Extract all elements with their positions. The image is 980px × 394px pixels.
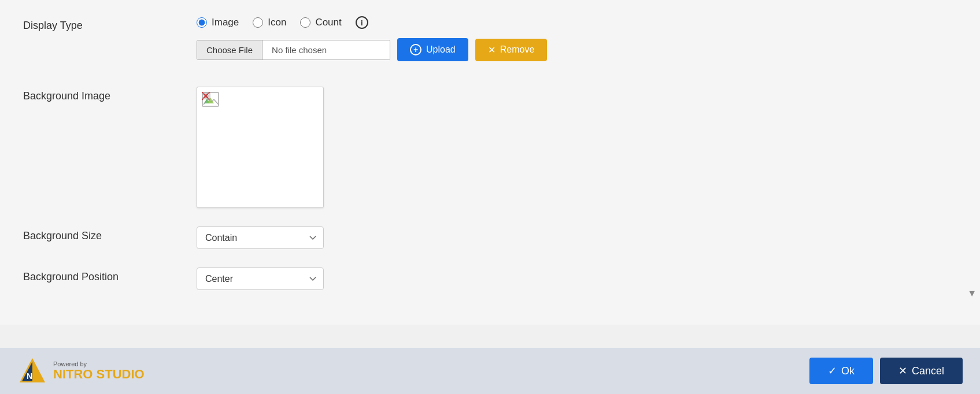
remove-button[interactable]: ✕ Remove <box>475 39 548 61</box>
radio-icon[interactable]: Icon <box>253 17 286 28</box>
choose-file-button[interactable]: Choose File <box>197 40 262 60</box>
background-size-controls: Contain Cover Auto <box>197 226 957 249</box>
info-icon[interactable]: i <box>356 16 368 29</box>
remove-label: Remove <box>500 44 535 55</box>
footer: N Powered by NITRO STUDIO ✓ Ok ✕ Cancel <box>0 348 980 394</box>
nitro-studio-text: NITRO STUDIO <box>53 367 145 381</box>
upload-label: Upload <box>426 44 456 55</box>
logo-text: Powered by NITRO STUDIO <box>53 360 145 381</box>
background-size-row: Background Size Contain Cover Auto <box>23 226 957 249</box>
background-position-label: Background Position <box>23 267 197 283</box>
background-size-label: Background Size <box>23 226 197 242</box>
display-type-controls: Image Icon Count i Choose File <box>197 16 957 68</box>
display-type-row: Display Type Image Icon Count i <box>23 16 957 68</box>
studio-text: STUDIO <box>93 367 144 381</box>
upload-icon: + <box>410 44 421 55</box>
file-input-wrapper: Choose File No file chosen <box>197 40 390 60</box>
footer-buttons: ✓ Ok ✕ Cancel <box>809 358 963 384</box>
background-position-row: Background Position Center Top Bottom Le… <box>23 267 957 290</box>
ok-label: Ok <box>841 365 855 377</box>
broken-image-icon <box>202 92 220 108</box>
image-preview-box <box>197 87 324 208</box>
radio-group: Image Icon Count i <box>197 16 957 29</box>
radio-count[interactable]: Count <box>300 17 341 28</box>
background-image-row: Background Image <box>23 87 957 208</box>
background-size-select[interactable]: Contain Cover Auto <box>197 226 324 249</box>
file-name-display: No file chosen <box>262 40 390 60</box>
background-image-label: Background Image <box>23 87 197 102</box>
background-image-controls <box>197 87 957 208</box>
footer-logo: N Powered by NITRO STUDIO <box>17 356 145 386</box>
cancel-x-icon: ✕ <box>898 365 907 377</box>
remove-x-icon: ✕ <box>488 44 495 55</box>
display-type-label: Display Type <box>23 16 197 32</box>
radio-count-label: Count <box>315 17 341 28</box>
background-position-select[interactable]: Center Top Bottom Left Right <box>197 267 324 290</box>
upload-button[interactable]: + Upload <box>397 38 468 61</box>
radio-image[interactable]: Image <box>197 17 239 28</box>
scroll-indicator: ▼ <box>967 288 977 299</box>
cancel-button[interactable]: ✕ Cancel <box>880 358 963 384</box>
file-input-row: Choose File No file chosen + Upload ✕ Re… <box>197 38 957 61</box>
ok-button[interactable]: ✓ Ok <box>809 358 873 384</box>
radio-image-label: Image <box>212 17 239 28</box>
svg-text:N: N <box>27 371 32 381</box>
cancel-label: Cancel <box>912 365 944 377</box>
nitro-text: NITRO <box>53 367 93 381</box>
ok-check-icon: ✓ <box>828 365 837 377</box>
background-position-controls: Center Top Bottom Left Right <box>197 267 957 290</box>
radio-icon-label: Icon <box>268 17 286 28</box>
nitro-logo-icon: N <box>17 356 47 386</box>
